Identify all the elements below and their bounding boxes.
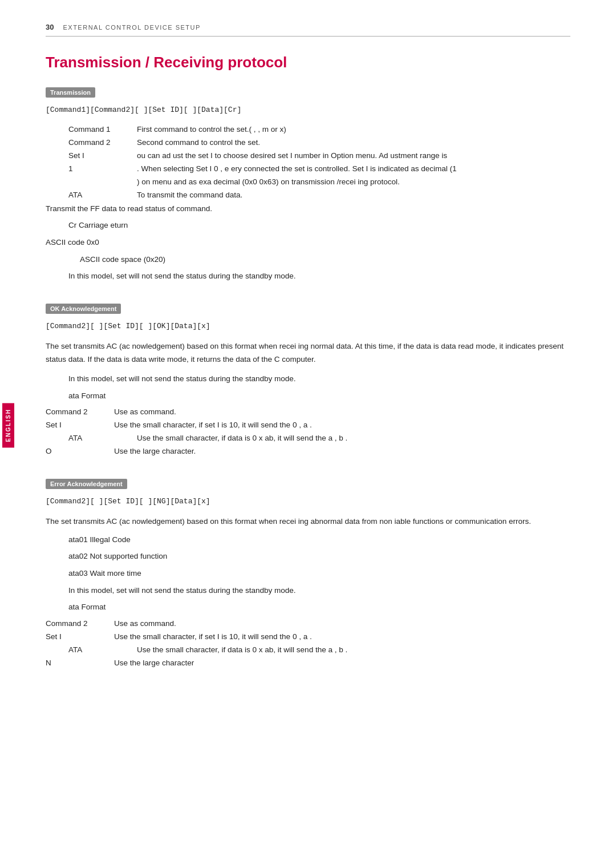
def-row-setid: Set I ou can ad ust the set I to choose …: [68, 150, 570, 163]
ok-o-term: O: [46, 445, 114, 458]
ok-ack-lines: In this model, set will not send the sta…: [46, 372, 570, 402]
section-title: Transmission / Receiving protocol: [46, 54, 570, 71]
def-term-command1: Command 1: [68, 123, 137, 136]
side-label: ENGLISH: [2, 403, 14, 447]
ok-ack-syntax: [Command2][ ][Set ID][ ][OK][Data][x]: [46, 322, 570, 330]
def-row-command1: Command 1 First command to control the s…: [68, 123, 570, 136]
error-ata03: ata03 Wait more time: [68, 567, 570, 580]
ok-setid-desc: Use the small character, if set I is 10,…: [114, 419, 570, 432]
ok-line-2: ata Format: [68, 389, 570, 403]
error-ack-para1: The set transmits AC (ac nowledgement) b…: [46, 515, 570, 528]
transmit-ff: Transmit the FF data to read status of c…: [46, 202, 570, 216]
error-setid-term: Set I: [46, 631, 114, 644]
ok-ack-label: OK Acknowledgement: [46, 304, 121, 314]
error-ack-label: Error Acknowledgement: [46, 479, 127, 489]
error-ack-syntax: [Command2][ ][Set ID][ ][NG][Data][x]: [46, 497, 570, 506]
transmission-syntax: [Command1][Command2][ ][Set ID][ ][Data]…: [46, 106, 570, 114]
error-ata-row: ATA Use the small character, if data is …: [46, 644, 570, 657]
standby-note-1: In this model, set will not send the sta…: [46, 269, 570, 283]
transmission-label: Transmission: [46, 87, 95, 98]
def-desc-ata: To transmit the command data.: [137, 189, 570, 202]
transmission-block: Transmission [Command1][Command2][ ][Set…: [46, 87, 570, 283]
def-row-ata: ATA To transmit the command data.: [68, 189, 570, 202]
def-row-command2: Command 2 Second command to control the …: [68, 136, 570, 150]
error-ata02: ata02 Not supported function: [68, 550, 570, 563]
error-standby-note: In this model, set will not send the sta…: [68, 584, 570, 597]
ok-command2-desc: Use as command.: [114, 406, 570, 419]
error-ata01: ata01 Illegal Code: [68, 533, 570, 547]
ok-ata-row: ATA Use the small character, if data is …: [46, 432, 570, 445]
error-n-desc: Use the large character: [114, 657, 570, 670]
def-row-hex: ) on menu and as exa decimal (0x0 0x63) …: [68, 176, 570, 189]
header-title: EXTERNAL CONTROL DEVICE SETUP: [63, 24, 200, 31]
ok-ata-term: ATA: [68, 432, 137, 445]
cr-text: Cr Carriage eturn: [68, 219, 570, 232]
def-term-command2: Command 2: [68, 136, 137, 150]
ok-line-1: In this model, set will not send the sta…: [68, 372, 570, 386]
error-data-format: ata Format: [68, 600, 570, 614]
error-command2-row: Command 2 Use as command.: [46, 617, 570, 631]
def-term-hex: [68, 176, 137, 189]
error-command2-desc: Use as command.: [114, 617, 570, 631]
error-ata-term: ATA: [68, 644, 137, 657]
def-desc-hex: ) on menu and as exa decimal (0x0 0x63) …: [137, 176, 570, 189]
ok-ata-desc: Use the small character, if data is 0 x …: [137, 432, 570, 445]
error-n-row: N Use the large character: [46, 657, 570, 670]
ascii-space-text: ASCII code space (0x20): [80, 253, 570, 266]
ok-ack-para1: The set transmits AC (ac nowledgement) b…: [46, 340, 570, 366]
side-label-container: ENGLISH: [0, 399, 16, 451]
page-number: 30: [46, 23, 54, 31]
ok-command2-term: Command 2: [46, 406, 114, 419]
def-desc-setid: ou can ad ust the set I to choose desire…: [137, 150, 570, 163]
standby-note-1-text: In this model, set will not send the sta…: [68, 269, 570, 283]
error-ack-block: Error Acknowledgement [Command2][ ][Set …: [46, 479, 570, 670]
page-header: 30 EXTERNAL CONTROL DEVICE SETUP: [46, 23, 570, 37]
error-setid-desc: Use the small character, if set I is 10,…: [114, 631, 570, 644]
def-term-ata: ATA: [68, 189, 137, 202]
ok-o-row: O Use the large character.: [46, 445, 570, 458]
ok-o-desc: Use the large character.: [114, 445, 570, 458]
error-setid-row: Set I Use the small character, if set I …: [46, 631, 570, 644]
def-row-1: 1 . When selecting Set I 0 , e ery conne…: [68, 163, 570, 176]
def-term-1: 1: [68, 163, 137, 176]
ascii-space: ASCII code space (0x20): [46, 253, 570, 266]
ascii-code: ASCII code 0x0: [46, 236, 570, 249]
cr-line: Cr Carriage eturn: [46, 219, 570, 232]
error-data-lines: ata01 Illegal Code ata02 Not supported f…: [46, 533, 570, 614]
error-command2-term: Command 2: [46, 617, 114, 631]
error-n-term: N: [46, 657, 114, 670]
ok-setid-term: Set I: [46, 419, 114, 432]
def-desc-command2: Second command to control the set.: [137, 136, 570, 150]
def-term-setid: Set I: [68, 150, 137, 163]
def-desc-command1: First command to control the set.( , , m…: [137, 123, 570, 136]
ok-command2-row: Command 2 Use as command.: [46, 406, 570, 419]
error-ata-desc: Use the small character, if data is 0 x …: [137, 644, 570, 657]
ok-setid-row: Set I Use the small character, if set I …: [46, 419, 570, 432]
def-desc-1: . When selecting Set I 0 , e ery connect…: [137, 163, 570, 176]
transmission-definitions: Command 1 First command to control the s…: [46, 123, 570, 202]
ok-ack-block: OK Acknowledgement [Command2][ ][Set ID]…: [46, 304, 570, 458]
